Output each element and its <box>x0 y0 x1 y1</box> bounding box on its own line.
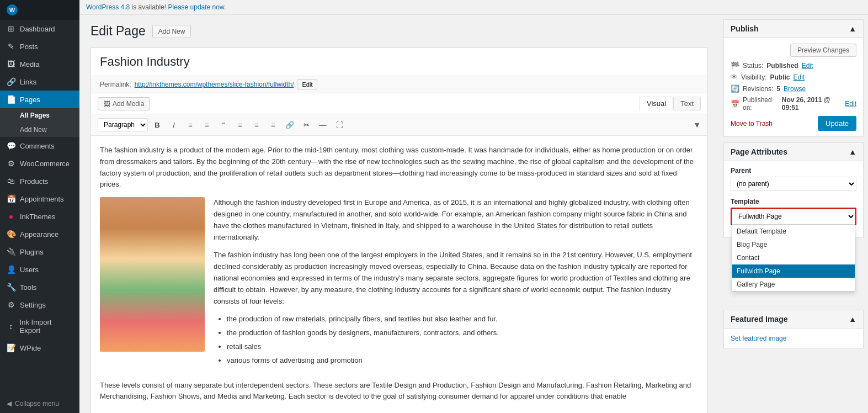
users-icon: 👤 <box>7 265 15 274</box>
featured-image-header[interactable]: Featured Image ▲ <box>724 310 863 329</box>
update-now-link[interactable]: Please update now. <box>168 3 226 11</box>
update-btn[interactable]: Update <box>818 116 856 131</box>
add-media-btn[interactable]: 🖼 Add Media <box>98 97 150 110</box>
editor-content[interactable]: The fashion industry is a product of the… <box>91 136 707 413</box>
publish-title: Publish <box>731 24 759 33</box>
content-paragraph-1: The fashion industry is a product of the… <box>100 145 699 190</box>
pages-submenu: All Pages Add New <box>0 108 79 137</box>
collapse-menu-btn[interactable]: ◀ Collapse menu <box>0 394 79 413</box>
format-select[interactable]: Paragraph Heading 1 Heading 2 Heading 3 <box>98 118 148 131</box>
content-with-image: Although the fashion industry developed … <box>100 197 699 373</box>
expand-toolbar-icon[interactable]: ▼ <box>693 120 701 129</box>
status-label: Status: <box>743 62 763 70</box>
sidebar-item-dashboard[interactable]: ⊞ Dashboard <box>0 20 79 38</box>
tab-text[interactable]: Text <box>673 97 701 110</box>
template-dropdown-options: Default Template Blog Page Contact Fullw… <box>732 224 855 292</box>
bold-btn[interactable]: B <box>150 118 164 132</box>
featured-image-metabox: Featured Image ▲ Set featured image <box>723 310 864 348</box>
sidebar-item-appointments[interactable]: 📅 Appointments <box>0 190 79 208</box>
link-btn[interactable]: 🔗 <box>283 118 297 132</box>
wp-version-link[interactable]: WordPress 4.8 <box>86 3 130 11</box>
template-section: Template Default Template Blog Page Cont… <box>731 198 856 225</box>
right-sidebar: Publish ▲ Preview Changes 🏁 Status: Publ… <box>719 15 868 413</box>
posts-icon: ✎ <box>7 42 15 51</box>
page-attr-toggle-icon[interactable]: ▲ <box>849 147 856 156</box>
sidebar-item-plugins[interactable]: 🔌 Plugins <box>0 243 79 261</box>
sidebar-item-ink-import-export[interactable]: ↕ Ink Import Export <box>0 314 79 339</box>
visibility-edit-link[interactable]: Edit <box>793 73 805 81</box>
comments-icon: 💬 <box>7 141 15 150</box>
sidebar-item-products[interactable]: 🛍 Products <box>0 172 79 190</box>
published-value: Nov 26, 2011 @ 09:51 <box>782 96 842 112</box>
woocommerce-icon: ⚙ <box>7 159 15 168</box>
publish-toggle-icon[interactable]: ▲ <box>849 24 856 33</box>
sidebar-item-users[interactable]: 👤 Users <box>0 261 79 278</box>
page-attributes-metabox: Page Attributes ▲ Parent (no parent) Tem… <box>723 142 864 238</box>
sidebar-item-users-label: Users <box>20 266 39 274</box>
blockquote-btn[interactable]: " <box>216 118 231 132</box>
sidebar-item-comments-label: Comments <box>20 142 55 150</box>
dashboard-icon: ⊞ <box>7 24 15 33</box>
publish-metabox-body: Preview Changes 🏁 Status: Published Edit… <box>724 38 863 136</box>
sidebar-item-pages[interactable]: 📄 Pages <box>0 91 79 108</box>
permalink-url-link[interactable]: http://inkthemes.com/wpthemes/slice-fash… <box>135 81 294 88</box>
sidebar-item-wpide[interactable]: 📝 WPide <box>0 339 79 357</box>
status-value: Published <box>766 62 798 70</box>
parent-section: Parent (no parent) <box>731 167 856 191</box>
permalink-edit-btn[interactable]: Edit <box>297 80 317 89</box>
trash-update-row: Move to Trash Update <box>731 116 856 131</box>
sidebar-item-media[interactable]: 🖼 Media <box>0 55 79 73</box>
template-option-contact[interactable]: Contact <box>732 251 855 264</box>
permalink-bar: Permalink: http://inkthemes.com/wpthemes… <box>91 76 707 93</box>
visibility-value: Public <box>770 73 790 81</box>
ordered-list-btn[interactable]: ≡ <box>200 118 214 132</box>
status-edit-link[interactable]: Edit <box>802 62 813 70</box>
sidebar-item-media-label: Media <box>20 60 39 68</box>
sidebar-item-woocommerce[interactable]: ⚙ WooCommerce <box>0 155 79 172</box>
page-title-input[interactable] <box>91 48 707 76</box>
align-right-btn[interactable]: ≡ <box>266 118 280 132</box>
sidebar-item-inkthemes[interactable]: ● InkThemes <box>0 208 79 225</box>
page-attributes-header[interactable]: Page Attributes ▲ <box>724 143 863 161</box>
template-option-gallery[interactable]: Gallery Page <box>732 278 855 291</box>
publish-metabox-header[interactable]: Publish ▲ <box>724 20 863 38</box>
sidebar-sub-all-pages[interactable]: All Pages <box>0 108 79 123</box>
add-media-icon: 🖼 <box>104 100 110 108</box>
sidebar-item-pages-label: Pages <box>20 96 40 104</box>
featured-image-toggle-icon[interactable]: ▲ <box>849 315 856 324</box>
move-to-trash-link[interactable]: Move to Trash <box>731 120 773 128</box>
revisions-browse-link[interactable]: Browse <box>784 85 806 93</box>
fullscreen-btn[interactable]: ⛶ <box>332 118 347 132</box>
sidebar-item-tools[interactable]: 🔧 Tools <box>0 278 79 296</box>
sidebar-sub-add-new[interactable]: Add New <box>0 123 79 137</box>
align-center-btn[interactable]: ≡ <box>249 118 264 132</box>
set-featured-image-link[interactable]: Set featured image <box>731 335 786 342</box>
tab-visual[interactable]: Visual <box>640 97 673 110</box>
published-edit-link[interactable]: Edit <box>845 100 856 108</box>
collapse-arrow-icon: ◀ <box>7 400 12 407</box>
sidebar-item-comments[interactable]: 💬 Comments <box>0 137 79 155</box>
preview-changes-btn[interactable]: Preview Changes <box>790 44 856 57</box>
list-item-1: the production of raw materials, princip… <box>227 314 699 325</box>
align-left-btn[interactable]: ≡ <box>233 118 247 132</box>
template-select[interactable]: Default Template Blog Page Contact Fullw… <box>732 209 855 224</box>
status-row: 🏁 Status: Published Edit <box>731 61 856 70</box>
hr-btn[interactable]: — <box>316 118 330 132</box>
sidebar-item-settings[interactable]: ⚙ Settings <box>0 296 79 314</box>
parent-select[interactable]: (no parent) <box>731 177 856 191</box>
content-paragraph-3: The fashion industry has long been one o… <box>214 250 699 307</box>
unlink-btn[interactable]: ✂ <box>299 118 313 132</box>
sidebar-item-posts[interactable]: ✎ Posts <box>0 38 79 55</box>
settings-icon: ⚙ <box>7 300 15 309</box>
sidebar-item-links[interactable]: 🔗 Links <box>0 73 79 91</box>
content-paragraph-4: These levels consist of many separate bu… <box>100 380 699 403</box>
sidebar-item-settings-label: Settings <box>20 301 46 309</box>
sidebar-item-appearance[interactable]: 🎨 Appearance <box>0 225 79 243</box>
template-option-default[interactable]: Default Template <box>732 225 855 238</box>
template-option-fullwidth[interactable]: Fullwidth Page <box>732 264 855 278</box>
template-option-blog[interactable]: Blog Page <box>732 238 855 251</box>
italic-btn[interactable]: I <box>167 118 181 132</box>
unordered-list-btn[interactable]: ≡ <box>183 118 198 132</box>
sidebar-item-plugins-label: Plugins <box>20 248 44 256</box>
add-new-button[interactable]: Add New <box>152 25 191 38</box>
